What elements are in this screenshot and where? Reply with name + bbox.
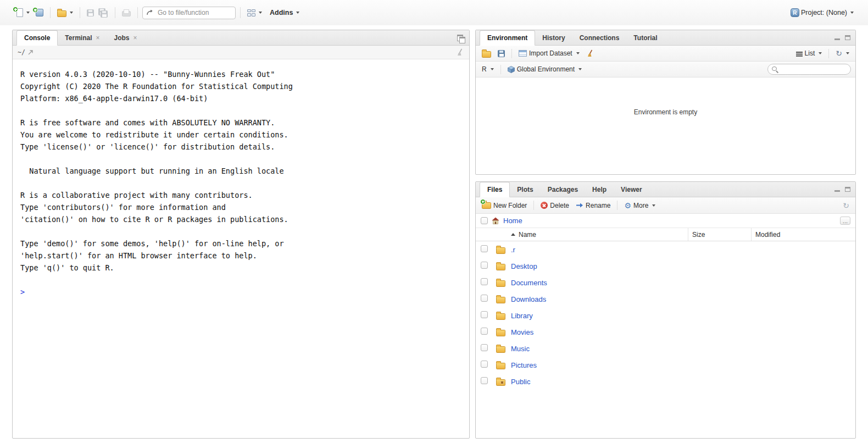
list-view-label: List: [805, 49, 815, 57]
chevron-down-icon: [296, 12, 299, 14]
select-all-checkbox[interactable]: [481, 217, 488, 224]
file-row[interactable]: Downloads: [476, 291, 855, 307]
tab-close-icon[interactable]: ×: [96, 34, 99, 42]
console-output-area[interactable]: R version 4.0.3 (2020-10-10) -- "Bunny-W…: [13, 59, 469, 438]
chevron-down-icon: [576, 52, 580, 54]
clear-console-broom-icon[interactable]: [456, 48, 464, 56]
chevron-down-icon: [819, 52, 822, 54]
breadcrumb-home-link[interactable]: Home: [503, 217, 522, 225]
home-icon: [492, 217, 499, 224]
maximize-pane-icon[interactable]: [457, 35, 464, 41]
environment-search-input[interactable]: [781, 65, 847, 73]
minimize-pane-icon[interactable]: [834, 187, 840, 192]
open-folder-icon: [482, 51, 491, 58]
delete-label: Delete: [550, 202, 569, 209]
save-all-button[interactable]: [96, 7, 110, 19]
tab-label: Help: [592, 186, 607, 193]
save-workspace-button[interactable]: [496, 49, 507, 58]
tab-history[interactable]: History: [535, 30, 572, 45]
clear-environment-button[interactable]: [585, 48, 596, 58]
list-view-button[interactable]: List: [794, 48, 824, 58]
row-checkbox[interactable]: [481, 344, 488, 351]
file-row[interactable]: Desktop: [476, 258, 855, 274]
project-menu-button[interactable]: R Project: (None): [788, 7, 856, 19]
console-path-bar: ~/: [13, 46, 469, 59]
file-name-link[interactable]: Public: [511, 378, 530, 386]
environment-pane: Environment History Connections Tutorial: [475, 30, 856, 175]
print-button[interactable]: [120, 8, 133, 18]
tab-viewer[interactable]: Viewer: [614, 182, 649, 197]
path-ellipsis-button[interactable]: ...: [840, 217, 850, 225]
search-icon: [772, 67, 778, 73]
folder-icon: [496, 280, 505, 287]
file-name-link[interactable]: Library: [511, 312, 533, 320]
tab-jobs[interactable]: Jobs ×: [107, 30, 144, 45]
delete-button[interactable]: Delete: [539, 201, 571, 211]
row-checkbox[interactable]: [481, 262, 488, 269]
row-checkbox[interactable]: [481, 377, 488, 384]
tab-environment[interactable]: Environment: [480, 30, 535, 46]
row-checkbox[interactable]: [481, 245, 488, 252]
file-row[interactable]: Music: [476, 340, 855, 357]
addins-button[interactable]: Addins: [268, 7, 302, 18]
environment-pane-controls: [834, 30, 855, 45]
environment-scope-button[interactable]: Global Environment: [506, 64, 583, 74]
row-checkbox[interactable]: [481, 361, 488, 368]
file-name-link[interactable]: Documents: [511, 279, 547, 287]
rename-label: Rename: [586, 202, 610, 209]
language-selector-button[interactable]: R: [480, 64, 496, 74]
toolbar-separator: [533, 201, 534, 210]
row-checkbox[interactable]: [481, 328, 488, 335]
goto-file-function-input[interactable]: [157, 8, 231, 17]
tab-close-icon[interactable]: ×: [133, 34, 137, 42]
more-button[interactable]: ⚙ More: [622, 201, 657, 211]
file-name-link[interactable]: Desktop: [511, 262, 537, 270]
minimize-pane-icon[interactable]: [834, 35, 840, 40]
environment-body: Environment is empty: [476, 77, 855, 174]
row-checkbox[interactable]: [481, 295, 488, 302]
file-row[interactable]: Pictures: [476, 357, 855, 373]
row-checkbox[interactable]: [481, 311, 488, 318]
folder-icon: [496, 264, 505, 270]
import-dataset-button[interactable]: Import Dataset: [517, 48, 581, 58]
file-row[interactable]: Movies: [476, 324, 855, 340]
row-checkbox[interactable]: [481, 278, 488, 285]
environment-toolbar: Import Dataset List: [476, 46, 855, 62]
tab-help[interactable]: Help: [585, 182, 614, 197]
file-row[interactable]: Documents: [476, 274, 855, 291]
file-row[interactable]: Public: [476, 373, 855, 390]
tab-terminal[interactable]: Terminal ×: [58, 30, 107, 45]
file-name-link[interactable]: Pictures: [511, 361, 537, 369]
column-header-modified[interactable]: Modified: [751, 228, 855, 241]
tab-console[interactable]: Console: [16, 30, 58, 46]
new-project-button[interactable]: [32, 7, 46, 18]
open-file-button[interactable]: [55, 7, 75, 19]
column-header-size[interactable]: Size: [688, 228, 751, 241]
file-name-link[interactable]: Downloads: [511, 295, 546, 303]
column-header-name[interactable]: Name: [511, 228, 688, 241]
refresh-files-button[interactable]: ↻: [841, 201, 851, 211]
tab-plots[interactable]: Plots: [510, 182, 540, 197]
file-row[interactable]: .r: [476, 241, 855, 258]
tab-tutorial[interactable]: Tutorial: [626, 30, 664, 45]
maximize-pane-icon[interactable]: [845, 35, 850, 40]
jump-arrow-icon[interactable]: [28, 50, 34, 55]
file-name-link[interactable]: Music: [511, 345, 530, 353]
tab-packages[interactable]: Packages: [541, 182, 585, 197]
toolbar-separator: [617, 201, 617, 210]
tab-connections[interactable]: Connections: [572, 30, 627, 45]
load-workspace-button[interactable]: [480, 48, 493, 59]
tab-label: Files: [487, 186, 502, 193]
file-row[interactable]: Library: [476, 307, 855, 324]
files-pane: Files Plots Packages Help Viewer New Fol…: [475, 181, 856, 439]
maximize-pane-icon[interactable]: [845, 187, 850, 192]
file-name-link[interactable]: Movies: [511, 328, 533, 336]
new-file-button[interactable]: [12, 7, 32, 19]
refresh-environment-button[interactable]: ↻: [834, 48, 851, 58]
save-button[interactable]: [85, 8, 96, 18]
file-name-link[interactable]: .r: [511, 246, 515, 254]
rename-button[interactable]: Rename: [574, 201, 612, 211]
pane-layout-button[interactable]: [245, 8, 264, 18]
new-folder-button[interactable]: New Folder: [480, 200, 528, 212]
tab-files[interactable]: Files: [480, 182, 510, 197]
